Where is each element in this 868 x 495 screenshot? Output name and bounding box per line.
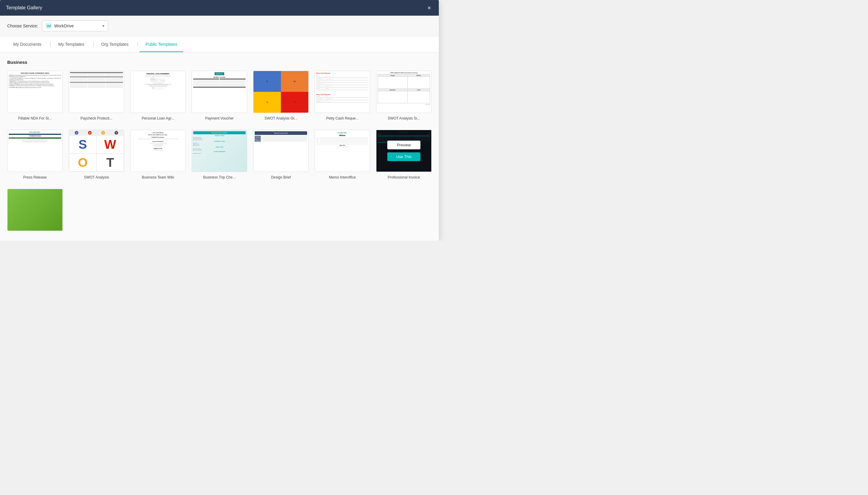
service-name: WorkDrive bbox=[54, 23, 100, 28]
tab-org-templates[interactable]: Org Templates bbox=[95, 36, 135, 52]
wiki-preview: {Your Team Name} How to start a Wiki for… bbox=[131, 130, 185, 172]
voucher-preview: Zyiker Inc. PAYMENT VOUCHER bbox=[192, 71, 247, 113]
template-card-brief[interactable]: Preview Use This Website Design Brief Co… bbox=[253, 130, 309, 180]
template-thumb-wiki: Preview Use This {Your Team Name} How to… bbox=[130, 130, 186, 172]
nda-preview: NON-DISCLOSURE AGREEMENT (NDA) This Agre… bbox=[7, 71, 62, 113]
use-invoice-button[interactable]: Use This bbox=[387, 152, 421, 161]
template-card-more[interactable] bbox=[7, 189, 63, 233]
template-card-payment-voucher[interactable]: Preview Use This Zyiker Inc. PAYMENT VOU… bbox=[192, 71, 247, 121]
loan-preview: PERSONAL LOAN AGREEMENT This Personal Lo… bbox=[131, 71, 185, 113]
template-thumb-invoice: Preview Use This ZYLKER INC. INVOICE #00… bbox=[376, 130, 431, 172]
template-thumb-memo: Preview Use This ZYLKER INC. Memo To: Fr… bbox=[315, 130, 370, 172]
template-thumb-checklist: Preview Use This Business Trip Checklist… bbox=[192, 130, 247, 172]
close-button[interactable]: × bbox=[426, 4, 433, 12]
template-thumb-petty-cash: Preview Use This Petty Cash Request Note… bbox=[315, 71, 370, 113]
memo-preview: ZYLKER INC. Memo To: From: CC: Date: Re:… bbox=[315, 130, 370, 172]
template-card-wiki[interactable]: Preview Use This {Your Team Name} How to… bbox=[130, 130, 186, 180]
tabs-row: My Documents | My Templates | Org Templa… bbox=[0, 36, 439, 52]
template-name-swot-simple: SWOT Analysis Si... bbox=[388, 116, 420, 120]
template-thumb-swot-color: Preview Use This S W O T bbox=[253, 71, 309, 113]
template-card-memo[interactable]: Preview Use This ZYLKER INC. Memo To: Fr… bbox=[315, 130, 370, 180]
template-card-swot-simple[interactable]: Preview Use This S.W.O.T. Analysis For [… bbox=[376, 71, 431, 121]
modal-header: Template Gallery × bbox=[0, 0, 439, 16]
section-title-business: Business bbox=[7, 59, 431, 65]
template-grid-row2: Preview Use This ZYLKER INC. FOR IMMEDIA… bbox=[7, 130, 431, 180]
brief-preview: Website Design Brief Company Profile: Wh… bbox=[253, 130, 308, 172]
template-name-voucher: Payment Voucher bbox=[205, 116, 234, 120]
service-label: Choose Service: bbox=[7, 23, 38, 28]
template-name-checklist: Business Trip Che... bbox=[203, 175, 235, 180]
service-row: Choose Service: WorkDrive ▾ bbox=[0, 16, 439, 36]
template-grid-row3-partial bbox=[7, 189, 431, 233]
tab-separator-3: | bbox=[136, 41, 140, 47]
template-card-fillable-nda[interactable]: Preview Use This NON-DISCLOSURE AGREEMEN… bbox=[7, 71, 63, 121]
template-thumb-loan: Preview Use This PERSONAL LOAN AGREEMENT… bbox=[130, 71, 186, 113]
template-gallery-modal: Template Gallery × Choose Service: WorkD… bbox=[0, 0, 439, 241]
paycheck-preview bbox=[69, 71, 124, 113]
template-name-memo: Memo Interoffice bbox=[329, 175, 356, 180]
content-area: Business Preview Use This NON-DISCLOSURE… bbox=[0, 52, 439, 241]
template-card-checklist[interactable]: Preview Use This Business Trip Checklist… bbox=[192, 130, 247, 180]
template-name-petty-cash: Petty Cash Reque... bbox=[326, 116, 358, 120]
template-name-paycheck: Paycheck Protecti... bbox=[80, 116, 112, 120]
template-name-nda: Fillable NDA For Si... bbox=[18, 116, 51, 120]
template-thumb-swot2: Preview Use This S W O T S W O T bbox=[69, 130, 124, 172]
template-card-swot-analysis[interactable]: Preview Use This S W O T S W O T bbox=[69, 130, 124, 180]
template-card-swot-color[interactable]: Preview Use This S W O T SWOT Analysis G… bbox=[253, 71, 309, 121]
modal-title: Template Gallery bbox=[6, 5, 42, 11]
tab-separator-2: | bbox=[92, 41, 95, 47]
template-thumb-brief: Preview Use This Website Design Brief Co… bbox=[253, 130, 309, 172]
template-name-wiki: Business Team Wiki bbox=[142, 175, 174, 180]
thumb-overlay-invoice: Preview Use This bbox=[376, 130, 431, 172]
template-thumb-paycheck: Preview Use This bbox=[69, 71, 124, 113]
template-thumb-swot-simple: Preview Use This S.W.O.T. Analysis For [… bbox=[376, 71, 431, 113]
swot2-preview: S W O T S W O T bbox=[69, 130, 124, 172]
template-grid-row1: Preview Use This NON-DISCLOSURE AGREEMEN… bbox=[7, 71, 431, 121]
template-card-paycheck[interactable]: Preview Use This bbox=[69, 71, 124, 121]
template-name-invoice: Professional Invoice bbox=[388, 175, 420, 180]
petty-cash-preview: Petty Cash Request Note: Department ____… bbox=[315, 71, 370, 113]
tab-my-templates[interactable]: My Templates bbox=[52, 36, 91, 52]
template-name-press: Press Release bbox=[23, 175, 47, 180]
swot-color-preview: S W O T bbox=[253, 71, 308, 113]
template-name-swot2: SWOT Analysis bbox=[84, 175, 109, 180]
template-card-petty-cash[interactable]: Preview Use This Petty Cash Request Note… bbox=[315, 71, 370, 121]
template-thumb-press: Preview Use This ZYLKER INC. FOR IMMEDIA… bbox=[7, 130, 63, 172]
preview-invoice-button[interactable]: Preview bbox=[387, 141, 421, 149]
template-card-personal-loan[interactable]: Preview Use This PERSONAL LOAN AGREEMENT… bbox=[130, 71, 186, 121]
svg-rect-0 bbox=[46, 23, 52, 29]
template-name-brief: Design Brief bbox=[271, 175, 291, 180]
template-thumb-fillable-nda: Preview Use This NON-DISCLOSURE AGREEMEN… bbox=[7, 71, 63, 113]
template-thumb-voucher: Preview Use This Zyiker Inc. PAYMENT VOU… bbox=[192, 71, 247, 113]
template-name-swot-color: SWOT Analysis Gr... bbox=[264, 116, 297, 120]
tab-separator-1: | bbox=[49, 41, 52, 47]
tab-public-templates[interactable]: Public Templates bbox=[140, 36, 183, 52]
service-select[interactable]: WorkDrive ▾ bbox=[42, 20, 108, 31]
press-preview: ZYLKER INC. FOR IMMEDIATE RELEASE [Make … bbox=[7, 130, 62, 172]
checklist-preview: Business Trip Checklist • BEFORE YOU STA… bbox=[192, 130, 247, 172]
template-card-press-release[interactable]: Preview Use This ZYLKER INC. FOR IMMEDIA… bbox=[7, 130, 63, 180]
chevron-down-icon: ▾ bbox=[102, 24, 104, 28]
template-name-loan: Personal Loan Agr... bbox=[142, 116, 174, 120]
tab-my-documents[interactable]: My Documents bbox=[7, 36, 47, 52]
swot-simple-preview: S.W.O.T. Analysis For [Enter your busine… bbox=[376, 71, 431, 113]
template-thumb-more bbox=[7, 189, 63, 231]
workdrive-icon bbox=[46, 23, 52, 29]
template-card-invoice[interactable]: Preview Use This ZYLKER INC. INVOICE #00… bbox=[376, 130, 431, 180]
